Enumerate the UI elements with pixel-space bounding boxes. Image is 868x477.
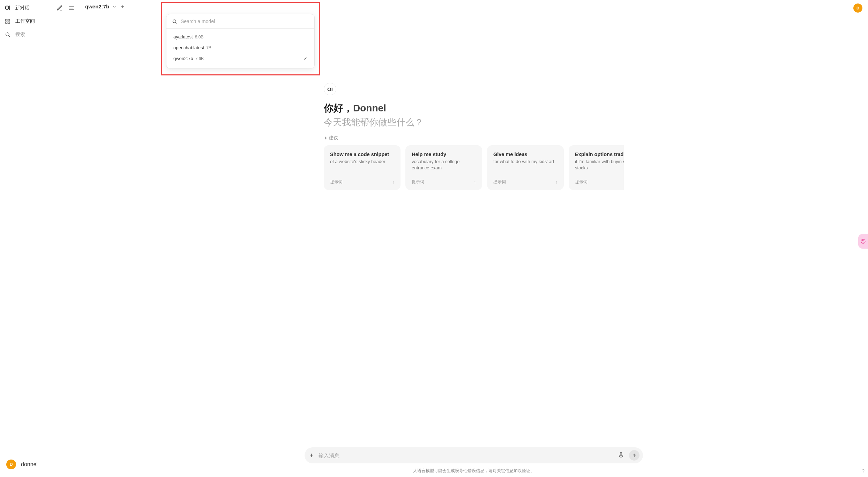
search-label: 搜索 [15,31,25,38]
sidebar-item-workspace[interactable]: 工作空间 [5,18,75,24]
card-footer: 提示词↑ [412,179,476,185]
assistant-float-button[interactable] [858,234,868,249]
sidebar-new-chat-row: OI 新对话 [5,5,75,11]
svg-point-7 [6,33,9,36]
center-content: OI 你好，Donnel 今天我能帮你做些什么？ ✦ 建议 Show me a … [80,13,868,447]
chevron-down-icon [112,4,117,9]
svg-point-13 [861,239,865,243]
mic-button[interactable] [618,452,624,458]
card-footer-label: 提示词 [493,179,506,185]
suggestion-card[interactable]: Help me studyvocabulary for a college en… [405,145,482,190]
model-dropdown-list: aya:latest8.0Bopenchat:latest7Bqwen2:7b7… [166,29,314,67]
suggestions-label: ✦ 建议 [324,135,624,141]
selected-model-label: qwen2:7b [85,3,109,9]
arrow-up-icon: ↑ [474,180,476,185]
topbar: qwen2:7b + D [80,0,868,13]
card-title: Give me ideas [493,152,558,157]
greeting-subtitle: 今天我能帮你做些什么？ [324,116,624,129]
search-icon [5,32,10,37]
suggestion-card[interactable]: Show me a code snippetof a website's sti… [324,145,401,190]
model-option[interactable]: qwen2:7b7.6B✓ [166,53,314,64]
user-avatar-top[interactable]: D [853,3,862,13]
model-option-size: 7.6B [195,56,204,61]
card-desc: vocabulary for a college entrance exam [412,159,476,171]
user-avatar-small: D [6,460,16,469]
greeting-prefix: 你好， [324,103,353,113]
card-title: Explain options trad [575,152,624,157]
card-footer: 提示词↑ [575,179,624,185]
svg-point-15 [864,241,864,241]
new-chat-label[interactable]: 新对话 [15,5,30,11]
card-desc: of a website's sticky header [330,159,394,165]
model-search-row [166,14,314,29]
search-icon [172,19,177,24]
card-title: Show me a code snippet [330,152,394,157]
card-footer-label: 提示词 [412,179,424,185]
model-option-size: 8.0B [195,35,204,39]
sidebar: OI 新对话 工作空间 搜索 D [0,0,80,477]
message-input-bar: + [305,447,643,463]
help-button[interactable]: ? [862,468,865,474]
model-option-name: qwen2:7b [173,56,193,61]
arrow-up-icon: ↑ [392,180,394,185]
model-dropdown: aya:latest8.0Bopenchat:latest7Bqwen2:7b7… [166,14,315,68]
input-wrap: + [80,447,868,466]
model-option[interactable]: aya:latest8.0B [166,31,314,42]
app-logo-small: OI [5,5,10,11]
message-input[interactable] [319,453,613,458]
sidebar-item-search[interactable]: 搜索 [5,31,75,38]
svg-rect-4 [8,19,10,21]
card-footer: 提示词↑ [330,179,394,185]
card-footer-label: 提示词 [330,179,343,185]
suggestion-card[interactable]: Give me ideasfor what to do with my kids… [487,145,564,190]
suggestion-card[interactable]: Explain options tradif I'm familiar with… [569,145,624,190]
user-name-label: donnel [21,461,38,468]
card-title: Help me study [412,152,476,157]
suggestions-label-text: 建议 [329,135,338,141]
svg-line-10 [175,22,177,23]
sparkle-icon: ✦ [324,135,328,141]
model-picker[interactable]: qwen2:7b + [85,3,124,9]
card-desc: if I'm familiar with buyin selling stock… [575,159,624,171]
workspace-label: 工作空间 [15,18,35,24]
app-logo-large: OI [324,83,336,95]
greeting-name: Donnel [353,103,386,113]
svg-line-8 [9,36,10,37]
card-desc: for what to do with my kids' art [493,159,558,165]
workspace-icon [5,19,10,24]
main-panel: qwen2:7b + D aya:latest8.0Bopenchat:late… [80,0,868,477]
check-icon: ✓ [304,56,307,61]
svg-rect-3 [6,19,7,21]
send-button[interactable] [629,450,639,461]
model-search-input[interactable] [181,19,309,24]
model-option-size: 7B [206,45,211,50]
model-option[interactable]: openchat:latest7B [166,42,314,53]
model-option-name: openchat:latest [173,45,204,50]
svg-point-14 [862,241,863,241]
sidebar-user[interactable]: D donnel [5,457,75,472]
compose-icon[interactable] [57,5,63,11]
add-model-button[interactable]: + [121,4,124,9]
svg-rect-6 [6,22,7,23]
svg-rect-5 [8,22,10,23]
arrow-up-icon: ↑ [555,180,558,185]
menu-icon[interactable] [68,5,75,11]
attach-button[interactable]: + [309,452,314,460]
model-option-name: aya:latest [173,34,193,39]
svg-point-9 [173,20,176,23]
suggestion-cards: Show me a code snippetof a website's sti… [324,145,624,190]
greeting: 你好，Donnel [324,102,624,115]
card-footer-label: 提示词 [575,179,588,185]
card-footer: 提示词↑ [493,179,558,185]
disclaimer: 大语言模型可能会生成误导性错误信息，请对关键信息加以验证。 [80,466,868,477]
